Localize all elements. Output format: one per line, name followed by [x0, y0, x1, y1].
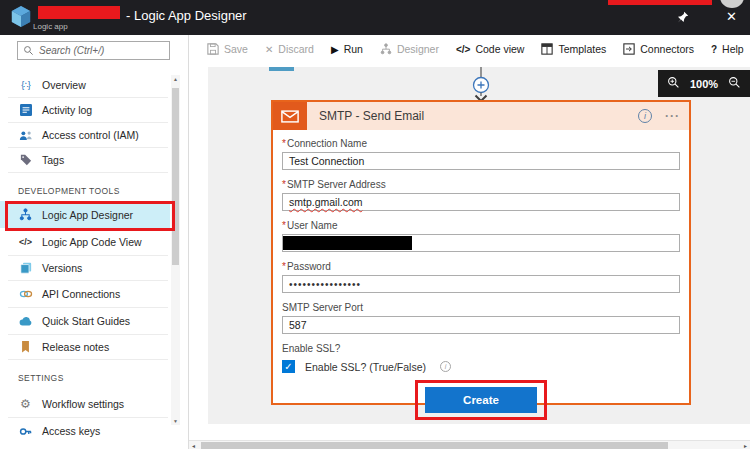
- bookmark-icon: [18, 341, 33, 353]
- sidebar-item-label: Tags: [42, 154, 64, 166]
- checkmark-icon: ✓: [284, 361, 292, 372]
- search-input[interactable]: [39, 45, 164, 56]
- designer-toolbar: Save ✕ Discard ▶ Run Designer </> Code v…: [189, 35, 750, 63]
- annotation-box-create: Create: [415, 380, 547, 420]
- redaction-block: [38, 6, 120, 19]
- required-asterisk: *: [282, 220, 286, 231]
- input-value: smtp.gmail.com: [289, 196, 363, 208]
- sidebar-section-settings: SETTINGS: [0, 360, 170, 391]
- sidebar-item-logic-app-designer[interactable]: Logic App Designer: [0, 201, 170, 228]
- field-label: *SMTP Server Address: [282, 179, 680, 190]
- smtp-server-port-input[interactable]: 587: [282, 316, 680, 334]
- activity-log-icon: [18, 104, 33, 116]
- sidebar: {∴} Overview Activity log Access control…: [0, 35, 188, 449]
- scrollbar-thumb[interactable]: [201, 442, 668, 449]
- card-body: *Connection Name Test Connection *SMTP S…: [273, 130, 689, 420]
- code-icon: </>: [18, 237, 33, 247]
- sidebar-item-release-notes[interactable]: Release notes: [0, 335, 170, 359]
- info-icon[interactable]: i: [638, 109, 652, 123]
- smtp-connector-icon: [273, 102, 307, 130]
- designer-icon: [380, 43, 392, 55]
- sidebar-item-label: Overview: [42, 79, 86, 91]
- scroll-up-arrow[interactable]: ▲: [171, 76, 180, 82]
- zoom-control: 100%: [658, 70, 750, 97]
- scroll-right-arrow[interactable]: ►: [743, 443, 748, 449]
- sidebar-item-api-connections[interactable]: API Connections: [0, 281, 170, 307]
- gear-icon: ⚙: [18, 397, 33, 411]
- discard-button[interactable]: ✕ Discard: [265, 43, 314, 55]
- designer-icon: [18, 208, 33, 221]
- field-label: *User Name: [282, 220, 680, 231]
- zoom-in-icon[interactable]: [667, 75, 680, 93]
- redaction-block: [283, 236, 412, 250]
- create-button[interactable]: Create: [425, 387, 537, 413]
- logic-app-cube-icon: [10, 5, 32, 29]
- zoom-level: 100%: [690, 78, 718, 90]
- save-button[interactable]: Save: [207, 43, 248, 55]
- insert-step-connector: [470, 67, 492, 102]
- designer-button[interactable]: Designer: [380, 43, 439, 55]
- scroll-left-arrow[interactable]: ◄: [191, 443, 196, 449]
- run-button[interactable]: ▶ Run: [331, 43, 363, 55]
- key-icon: [18, 425, 33, 438]
- sidebar-scrollbar[interactable]: ▲ ▼: [171, 75, 180, 425]
- card-title: SMTP - Send Email: [307, 109, 638, 123]
- enable-ssl-group-label: Enable SSL?: [282, 343, 680, 354]
- connectors-button[interactable]: Connectors: [623, 43, 694, 55]
- toolbar-button-label: Help: [722, 43, 744, 55]
- sidebar-item-overview[interactable]: {∴} Overview: [0, 73, 170, 97]
- toolbar-button-label: Code view: [475, 43, 524, 55]
- field-label: *Password: [282, 261, 680, 272]
- sidebar-item-label: Workflow settings: [42, 398, 124, 410]
- required-asterisk: *: [282, 261, 286, 272]
- sidebar-item-tags[interactable]: Tags: [0, 148, 170, 172]
- sidebar-item-logic-app-code-view[interactable]: </> Logic App Code View: [0, 229, 170, 255]
- enable-ssl-row: ✓ Enable SSL? (True/False) i: [282, 360, 680, 373]
- sidebar-item-label: Activity log: [42, 104, 92, 116]
- cloud-icon: [18, 316, 33, 326]
- horizontal-scrollbar[interactable]: ◄ ►: [189, 440, 750, 449]
- avatar[interactable]: [720, 0, 744, 8]
- titlebar: - Logic App Designer Logic app ✕: [0, 0, 750, 35]
- help-button[interactable]: ? Help: [711, 43, 744, 55]
- sidebar-item-versions[interactable]: Versions: [0, 256, 170, 280]
- scrollbar-thumb[interactable]: [172, 88, 179, 265]
- scroll-down-arrow[interactable]: ▼: [171, 418, 180, 424]
- info-icon[interactable]: i: [440, 361, 451, 372]
- sidebar-item-access-control[interactable]: Access control (IAM): [0, 123, 170, 147]
- close-icon[interactable]: ✕: [726, 9, 737, 24]
- redaction-block: [608, 0, 712, 5]
- user-name-input[interactable]: [282, 234, 680, 252]
- pin-icon[interactable]: [677, 11, 689, 23]
- sidebar-item-workflow-settings[interactable]: ⚙ Workflow settings: [0, 391, 170, 417]
- input-value: Test Connection: [289, 155, 364, 167]
- required-asterisk: *: [282, 138, 286, 149]
- smtp-server-address-input[interactable]: smtp.gmail.com: [282, 193, 680, 211]
- sidebar-item-label: Release notes: [42, 341, 109, 353]
- zoom-out-icon[interactable]: [728, 75, 741, 93]
- search-icon: [23, 45, 34, 56]
- card-header[interactable]: SMTP - Send Email i ···: [273, 102, 689, 130]
- toolbar-button-label: Designer: [397, 43, 439, 55]
- sidebar-search[interactable]: [17, 41, 170, 60]
- code-view-button[interactable]: </> Code view: [456, 43, 525, 55]
- sidebar-nav: {∴} Overview Activity log Access control…: [0, 73, 170, 444]
- toolbar-button-label: Connectors: [640, 43, 694, 55]
- sidebar-item-label: Logic App Designer: [42, 209, 133, 221]
- connection-name-input[interactable]: Test Connection: [282, 152, 680, 170]
- more-options-icon[interactable]: ···: [665, 109, 680, 123]
- discard-x-icon: ✕: [265, 44, 273, 55]
- sidebar-item-access-keys[interactable]: Access keys: [0, 418, 170, 444]
- code-icon: </>: [456, 44, 470, 55]
- enable-ssl-checkbox[interactable]: ✓: [282, 360, 295, 373]
- sidebar-item-label: Access control (IAM): [42, 129, 139, 141]
- templates-button[interactable]: Templates: [541, 43, 606, 55]
- password-input[interactable]: ••••••••••••••••: [282, 275, 680, 293]
- sidebar-item-activity-log[interactable]: Activity log: [0, 98, 170, 122]
- sidebar-item-quick-start-guides[interactable]: Quick Start Guides: [0, 308, 170, 334]
- previous-card-edge: [269, 67, 294, 71]
- help-icon: ?: [711, 44, 717, 55]
- sidebar-item-label: Access keys: [42, 425, 100, 437]
- designer-canvas[interactable]: 100% SMTP - Send Email i ··· *Connection: [208, 67, 750, 424]
- envelope-icon: [281, 110, 299, 123]
